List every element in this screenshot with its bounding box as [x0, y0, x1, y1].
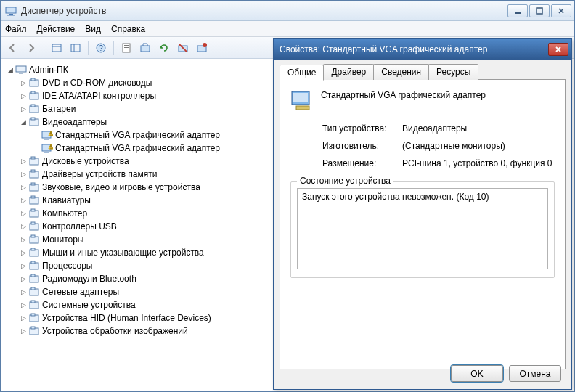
- expand-icon[interactable]: ▷: [19, 288, 28, 295]
- svg-rect-43: [31, 196, 35, 198]
- svg-rect-41: [31, 183, 35, 185]
- dialog-titlebar[interactable]: Свойства: Стандартный VGA графический ад…: [274, 39, 571, 60]
- tree-item-label: Видеоадаптеры: [42, 117, 107, 127]
- expand-icon[interactable]: ▷: [19, 171, 28, 178]
- category-icon: [28, 286, 40, 298]
- device-status-text[interactable]: [297, 188, 548, 269]
- menu-file[interactable]: Файл: [5, 24, 27, 34]
- help-button[interactable]: ?: [92, 39, 110, 57]
- svg-rect-34: [50, 146, 51, 147]
- expand-icon[interactable]: ▷: [19, 210, 28, 217]
- svg-rect-29: [44, 139, 49, 140]
- svg-rect-31: [50, 134, 51, 135]
- category-icon: [28, 273, 40, 285]
- window-title: Диспетчер устройств: [21, 6, 507, 16]
- svg-rect-13: [124, 47, 129, 48]
- expand-icon[interactable]: ▷: [19, 327, 28, 335]
- svg-rect-53: [31, 261, 35, 264]
- svg-text:?: ?: [99, 44, 103, 52]
- expand-icon[interactable]: ▷: [19, 223, 28, 230]
- svg-rect-39: [31, 170, 35, 172]
- toolbar-item-3[interactable]: [118, 39, 135, 57]
- tree-root-label: Admin-ПК: [29, 65, 68, 75]
- tree-item-label: Клавиатуры: [42, 195, 91, 205]
- tab-general[interactable]: Общие: [280, 65, 324, 81]
- category-icon: [28, 208, 40, 219]
- svg-rect-0: [6, 7, 16, 13]
- svg-rect-12: [124, 45, 129, 46]
- dialog-title: Свойства: Стандартный VGA графический ад…: [280, 44, 548, 54]
- menu-view[interactable]: Вид: [85, 24, 101, 34]
- expand-icon[interactable]: ▷: [19, 197, 28, 204]
- svg-rect-4: [537, 8, 542, 14]
- svg-rect-49: [31, 235, 35, 237]
- device-warning-icon: [41, 142, 53, 154]
- maximize-button[interactable]: [529, 4, 550, 17]
- toolbar-item-6[interactable]: [193, 39, 211, 57]
- category-icon: [28, 299, 40, 311]
- tree-subitem-label: Стандартный VGA графический адаптер: [55, 143, 220, 153]
- tree-item-label: Сетевые адаптеры: [42, 287, 119, 297]
- expand-icon[interactable]: ▷: [19, 262, 28, 269]
- category-icon: [28, 90, 40, 102]
- loc-value: PCI-шина 1, устройство 0, функция 0: [402, 158, 555, 168]
- toolbar-item-1[interactable]: [48, 39, 65, 57]
- tab-resources[interactable]: Ресурсы: [428, 64, 478, 80]
- category-icon: [28, 247, 40, 258]
- dialog-close-button[interactable]: [548, 43, 568, 56]
- category-icon: [28, 168, 40, 180]
- svg-rect-23: [31, 91, 35, 94]
- svg-rect-25: [31, 105, 35, 107]
- collapse-icon[interactable]: ◢: [6, 66, 15, 73]
- category-icon: [28, 234, 40, 245]
- expand-icon[interactable]: ▷: [19, 275, 28, 282]
- expand-icon[interactable]: ▷: [19, 184, 28, 191]
- collapse-icon[interactable]: ◢: [19, 118, 28, 126]
- close-button[interactable]: [551, 4, 571, 17]
- mfr-value: (Стандартные мониторы): [402, 141, 555, 151]
- ok-button[interactable]: OK: [451, 365, 503, 382]
- expand-icon[interactable]: ▷: [19, 249, 28, 256]
- app-icon: [5, 5, 17, 17]
- refresh-button[interactable]: [155, 39, 173, 57]
- type-value: Видеоадаптеры: [402, 123, 555, 134]
- toolbar-item-5[interactable]: [174, 39, 192, 57]
- svg-rect-55: [31, 274, 35, 277]
- svg-rect-35: [50, 147, 51, 148]
- minimize-button[interactable]: [507, 4, 528, 17]
- computer-icon: [15, 64, 27, 75]
- expand-icon[interactable]: ▷: [19, 158, 28, 165]
- tree-item-label: IDE ATA/ATAPI контроллеры: [42, 91, 156, 101]
- tab-driver[interactable]: Драйвер: [323, 64, 374, 80]
- tree-item-label: DVD и CD-ROM дисководы: [42, 78, 152, 88]
- svg-rect-19: [19, 73, 23, 74]
- svg-rect-2: [7, 15, 15, 15]
- category-icon: [28, 260, 40, 271]
- category-icon: [28, 195, 40, 206]
- forward-button[interactable]: [23, 39, 40, 57]
- tab-panel-general: Стандартный VGA графический адаптер Тип …: [280, 79, 566, 369]
- expand-icon[interactable]: ▷: [19, 301, 28, 309]
- category-icon: [28, 116, 40, 128]
- category-icon: [28, 155, 40, 167]
- menu-help[interactable]: Справка: [111, 24, 145, 34]
- expand-icon[interactable]: ▷: [19, 105, 28, 113]
- tab-details[interactable]: Сведения: [373, 64, 429, 80]
- tree-item-label: Мониторы: [42, 234, 83, 245]
- svg-rect-65: [293, 93, 308, 102]
- cancel-button[interactable]: Отмена: [509, 365, 561, 382]
- expand-icon[interactable]: ▷: [19, 79, 28, 86]
- toolbar-item-2[interactable]: [67, 39, 84, 57]
- expand-icon[interactable]: ▷: [19, 92, 28, 99]
- expand-icon[interactable]: ▷: [19, 236, 28, 243]
- category-icon: [28, 221, 40, 232]
- tree-item-label: Драйверы устройств памяти: [42, 169, 157, 179]
- device-name: Стандартный VGA графический адаптер: [321, 89, 486, 100]
- expand-icon[interactable]: ▷: [19, 314, 28, 322]
- svg-rect-21: [31, 78, 35, 81]
- tree-item-label: Звуковые, видео и игровые устройства: [42, 182, 200, 192]
- back-button[interactable]: [4, 39, 21, 57]
- tree-item-label: Батареи: [42, 104, 76, 114]
- menu-action[interactable]: Действие: [37, 24, 76, 34]
- toolbar-item-4[interactable]: [136, 39, 154, 57]
